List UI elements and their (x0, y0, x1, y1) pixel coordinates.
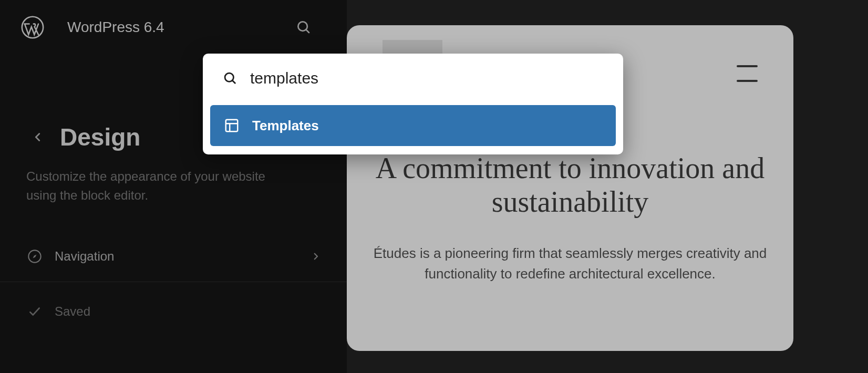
command-palette-results: Templates (203, 98, 623, 154)
chevron-right-icon (311, 252, 321, 261)
command-palette-input[interactable] (250, 69, 603, 87)
back-button[interactable] (26, 126, 49, 149)
svg-marker-4 (33, 255, 37, 258)
app-root: WordPress 6.4 Design Customize the appea… (0, 0, 868, 373)
design-nav-list: Navigation (0, 205, 347, 276)
svg-rect-7 (226, 120, 238, 132)
save-status-label: Saved (55, 304, 90, 319)
nav-item-label: Navigation (55, 249, 114, 264)
save-status: Saved (0, 282, 347, 341)
search-icon (223, 71, 237, 86)
command-palette-search-row (203, 54, 623, 98)
site-title: WordPress 6.4 (67, 19, 164, 36)
open-command-palette-button[interactable] (292, 16, 315, 39)
panel-title: Design (60, 123, 140, 151)
command-result-templates[interactable]: Templates (210, 105, 616, 146)
wordpress-logo-icon[interactable] (21, 16, 44, 39)
layout-icon (223, 117, 241, 134)
check-icon (26, 303, 43, 320)
sidebar-top-bar: WordPress 6.4 (0, 0, 347, 55)
command-result-label: Templates (252, 118, 319, 134)
nav-item-navigation[interactable]: Navigation (0, 236, 347, 276)
svg-line-2 (306, 29, 309, 33)
panel-description: Customize the appearance of your website… (0, 162, 294, 205)
svg-line-6 (232, 80, 235, 83)
command-palette: Templates (203, 54, 623, 154)
compass-icon (26, 248, 43, 265)
svg-point-0 (22, 17, 43, 38)
